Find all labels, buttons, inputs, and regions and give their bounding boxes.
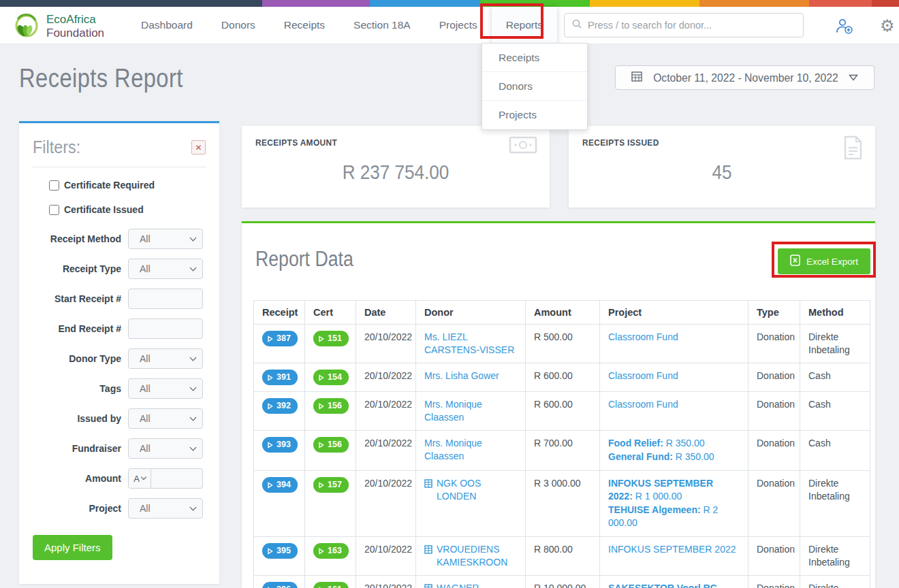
search-icon — [571, 18, 582, 32]
column-header-cert: Cert — [305, 301, 356, 325]
project-link[interactable]: TEHUISE Algemeen: — [608, 504, 701, 515]
cert-badge[interactable]: 156 — [313, 398, 349, 414]
donor-cell: Mrs. Monique Claassen — [424, 437, 517, 463]
filter-field-row: FundraiserAll — [33, 438, 206, 459]
cert-badge[interactable]: 157 — [313, 477, 349, 493]
end-receipt-input[interactable] — [128, 318, 203, 339]
project-select[interactable]: All — [128, 498, 203, 519]
stripe-segment — [370, 0, 480, 7]
project-cell: Classroom Fund — [600, 392, 748, 431]
donor-cell: Mrs. Monique Claassen — [424, 398, 517, 424]
donor-link[interactable]: Mrs. Monique Claassen — [424, 437, 517, 463]
donor-link[interactable]: NGK OOS LONDEN — [437, 477, 517, 503]
donor-link[interactable]: Ms. LIEZL CARSTENS-VISSER — [424, 331, 517, 357]
cert-badge[interactable]: 163 — [313, 543, 349, 559]
issued-by-select[interactable]: All — [128, 408, 203, 429]
nav-item-section-18a[interactable]: Section 18A — [339, 7, 425, 44]
project-link[interactable]: Classroom Fund — [608, 331, 678, 342]
project-amount-link[interactable]: R 1 000.00 — [633, 491, 682, 502]
amount-input[interactable] — [151, 468, 203, 489]
select-value: All — [140, 233, 151, 244]
nav-item-projects[interactable]: Projects — [425, 7, 492, 44]
project-link[interactable]: Food Relief: — [608, 438, 663, 448]
receipt-badge[interactable]: 391 — [262, 370, 298, 385]
receipt-badge[interactable]: 396 — [262, 582, 298, 588]
date-cell: 20/10/2022 — [356, 392, 416, 431]
type-cell: Donation — [748, 471, 800, 537]
tags-select[interactable]: All — [128, 378, 203, 399]
excel-export-button[interactable]: Excel Export — [778, 248, 870, 274]
amount-operator-select[interactable]: A — [128, 468, 151, 489]
project-line: INFOKUS SEPTEMBER 2022: R 1 000.00 — [608, 477, 740, 503]
certificate-issued-checkbox[interactable] — [49, 205, 59, 215]
receipt-badge[interactable]: 387 — [262, 331, 298, 346]
project-link[interactable]: General Fund: — [608, 451, 673, 462]
project-amount-link[interactable]: R 350.00 — [663, 438, 705, 448]
cert-badge[interactable]: 156 — [313, 437, 349, 453]
filter-field-row: ProjectAll — [33, 498, 206, 519]
project-line: Food Relief: R 350.00 — [608, 437, 740, 450]
filter-label: Issued by — [33, 412, 128, 425]
type-cell: Donation — [748, 325, 800, 363]
select-value: All — [140, 413, 151, 424]
date-range-picker[interactable]: October 11, 2022 - November 10, 2022 — [615, 65, 874, 90]
method-cell: Direkte Inbetaling — [800, 576, 870, 588]
donor-link[interactable]: Mrs. Lisha Gower — [424, 370, 499, 382]
gear-icon[interactable]: ⚙ — [880, 7, 895, 44]
table-row: 39415720/10/2022NGK OOS LONDENR 3 000.00… — [254, 471, 870, 537]
nav-item-receipts[interactable]: Receipts — [270, 7, 339, 44]
project-link[interactable]: Classroom Fund — [608, 399, 678, 410]
person-add-icon[interactable] — [835, 7, 854, 44]
column-header-type: Type — [748, 301, 800, 325]
date-cell: 20/10/2022 — [356, 576, 416, 588]
donor-link[interactable]: VROUEDIENS KAMIESKROON — [437, 543, 517, 569]
method-cell: Cash — [800, 431, 870, 471]
chevron-down-icon — [849, 71, 858, 84]
certificate-required-checkbox[interactable] — [49, 180, 59, 191]
nav-item-donors[interactable]: Donors — [207, 7, 270, 44]
receipt-badge[interactable]: 394 — [262, 477, 298, 493]
amount-cell: R 10 000.00 — [526, 576, 600, 588]
fundraiser-select[interactable]: All — [128, 438, 203, 459]
search-input[interactable] — [588, 20, 796, 31]
menu-item-receipts[interactable]: Receipts — [482, 44, 587, 72]
reports-dropdown-menu: ReceiptsDonorsProjects — [482, 43, 588, 130]
cert-badge[interactable]: 151 — [313, 331, 349, 346]
amount-cell: R 700.00 — [526, 431, 600, 471]
receipt-badge[interactable]: 392 — [262, 398, 298, 414]
brand-logo[interactable]: EcoAfrica Foundation — [12, 11, 104, 42]
card-label: RECEIPTS AMOUNT — [255, 138, 337, 148]
project-link[interactable]: Classroom Fund — [608, 370, 678, 381]
project-link[interactable]: INFOKUS SEPTEMBER 2022 — [608, 544, 736, 555]
chevron-down-icon — [190, 354, 197, 361]
project-amount-link[interactable]: R 350.00 — [673, 451, 714, 462]
nav-item-dashboard[interactable]: Dashboard — [127, 7, 207, 44]
donor-link[interactable]: Mrs. Monique Claassen — [424, 398, 517, 424]
receipt-badge[interactable]: 393 — [262, 437, 298, 453]
donor-link[interactable]: WAGNER OPTOMETRIST — [437, 582, 517, 588]
column-header-amount: Amount — [526, 301, 600, 325]
project-link[interactable]: SAKESEKTOR Voorl RC Barista Opleiding: — [608, 583, 717, 588]
close-icon[interactable]: ✕ — [191, 140, 206, 154]
donor-search[interactable] — [564, 13, 804, 37]
cert-badge[interactable]: 154 — [313, 370, 349, 385]
type-cell: Donation — [748, 392, 800, 431]
date-cell: 20/10/2022 — [356, 471, 416, 537]
date-cell: 20/10/2022 — [356, 537, 416, 576]
report-data-title: Report Data — [255, 247, 353, 272]
menu-item-projects[interactable]: Projects — [482, 101, 587, 129]
receipts-amount-card: RECEIPTS AMOUNT R 237 754.00 — [242, 126, 550, 208]
donor-type-select[interactable]: All — [128, 348, 203, 369]
badge-number: 161 — [328, 584, 342, 588]
donor-cell-td: WAGNER OPTOMETRIST — [416, 576, 526, 588]
badge-number: 392 — [277, 400, 291, 412]
receipt-type-select[interactable]: All — [128, 259, 203, 279]
menu-item-donors[interactable]: Donors — [482, 72, 587, 101]
cert-badge[interactable]: 161 — [313, 582, 349, 588]
donor-cell: Mrs. Lisha Gower — [424, 370, 517, 382]
receipt-method-select[interactable]: All — [128, 229, 203, 249]
nav-item-reports[interactable]: Reports — [492, 7, 557, 44]
start-receipt-input[interactable] — [128, 289, 203, 309]
receipt-badge[interactable]: 395 — [262, 543, 298, 559]
apply-filters-button[interactable]: Apply Filters — [33, 535, 112, 560]
